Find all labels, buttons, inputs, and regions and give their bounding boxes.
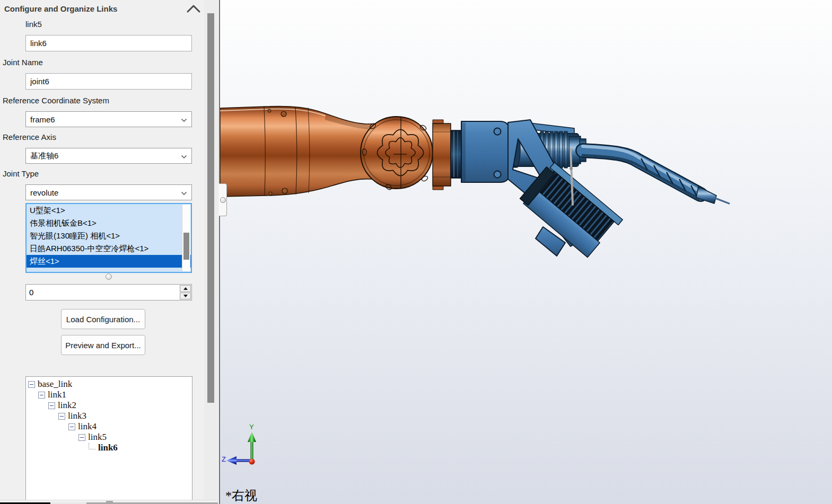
y-axis-label: Y	[249, 423, 254, 431]
joint-type-dropdown[interactable]: revolute	[25, 184, 192, 200]
component-item[interactable]: 智光眼(130瞳距) 相机<1>	[27, 229, 186, 242]
component-listbox[interactable]: U型架<1>伟景相机钣金B<1>智光眼(130瞳距) 相机<1>日皓ARH063…	[25, 203, 192, 273]
panel-scrollbar[interactable]	[204, 0, 218, 504]
tree-item-label: link2	[58, 400, 76, 411]
panel-title: Configure and Organize Links	[4, 4, 117, 13]
graphics-viewport[interactable]: Y Z *右视	[219, 0, 832, 504]
load-configuration-button[interactable]: Load Configuration...	[61, 309, 145, 329]
tree-collapse-icon[interactable]	[28, 381, 35, 388]
tree-row[interactable]: link6	[26, 443, 192, 453]
spinner-down-button[interactable]	[180, 293, 191, 299]
view-orientation-label: *右视	[225, 489, 257, 502]
x-axis-dot	[249, 459, 255, 465]
joint-name-input[interactable]	[25, 73, 192, 90]
y-axis-arrow	[251, 440, 253, 461]
link-tree[interactable]: base_linklink1link2link3link4link5link6	[25, 376, 192, 500]
tree-collapse-icon[interactable]	[78, 434, 85, 441]
tree-collapse-icon[interactable]	[48, 402, 55, 409]
tree-row[interactable]: link2	[26, 400, 192, 411]
joint-value-spinner	[25, 284, 192, 300]
joint-type-label: Joint Type	[3, 169, 39, 178]
joint-type-value: revolute	[30, 188, 58, 197]
listbox-resize-handle[interactable]	[106, 273, 112, 280]
panel-splitter-tab[interactable]	[219, 183, 227, 216]
preview-export-button[interactable]: Preview and Export...	[61, 335, 145, 355]
component-item[interactable]: U型架<1>	[27, 204, 186, 217]
triangle-up-icon	[183, 287, 188, 290]
tree-item-label: link4	[78, 421, 97, 432]
3d-scene[interactable]: Y Z *右视	[220, 0, 832, 504]
tree-elbow-connector	[89, 443, 95, 449]
tree-row[interactable]: link1	[26, 390, 192, 400]
chevron-down-icon	[181, 115, 187, 124]
listbox-scrollbar[interactable]	[182, 205, 190, 271]
wrist-joint[interactable]	[361, 117, 451, 191]
triangle-down-icon	[183, 295, 188, 297]
chevron-down-icon	[181, 188, 187, 197]
urdf-exporter-window: { "panel": { "title": "Configure and Org…	[0, 0, 832, 504]
tree-collapse-icon[interactable]	[38, 392, 45, 399]
reference-axis-dropdown[interactable]: 基准轴6	[25, 148, 192, 164]
tree-item-label: link6	[98, 443, 118, 453]
chevron-up-icon[interactable]	[186, 3, 202, 15]
listbox-scrollbar-thumb[interactable]	[183, 233, 189, 260]
tree-collapse-icon[interactable]	[68, 423, 75, 430]
panel-scrollbar-thumb[interactable]	[207, 13, 214, 403]
link-name-input[interactable]	[25, 35, 192, 51]
tree-item-label: link1	[48, 390, 66, 400]
component-item[interactable]: 焊丝<1>	[27, 255, 192, 268]
tree-item-label: link5	[88, 432, 107, 443]
joint-name-label: Joint Name	[3, 58, 43, 67]
viewport-background	[220, 0, 832, 504]
chevron-down-icon	[181, 152, 187, 161]
reference-coordinate-dropdown[interactable]: frame6	[25, 111, 192, 127]
component-item[interactable]: 日皓ARH06350-中空空冷焊枪<1>	[27, 242, 186, 255]
component-item[interactable]: 伟景相机钣金B<1>	[27, 217, 186, 229]
tree-row[interactable]: base_link	[26, 379, 192, 390]
spinner-up-button[interactable]	[180, 285, 191, 292]
joint-value-input[interactable]	[26, 285, 182, 300]
tree-collapse-icon[interactable]	[58, 413, 65, 420]
reference-coordinate-value: frame6	[30, 115, 55, 124]
reference-coordinate-label: Reference Coordinate System	[3, 96, 109, 105]
tree-row[interactable]: link5	[26, 432, 192, 443]
z-axis-label: Z	[222, 455, 226, 463]
parent-link-label: link5	[25, 20, 42, 29]
reference-axis-label: Reference Axis	[3, 132, 56, 142]
property-panel: Configure and Organize Links link5 Joint…	[0, 0, 204, 504]
tree-row[interactable]: link4	[26, 421, 192, 432]
tree-row[interactable]: link3	[26, 411, 192, 421]
tree-item-label: link3	[68, 411, 86, 421]
tree-item-label: base_link	[38, 379, 72, 390]
reference-axis-value: 基准轴6	[30, 151, 58, 161]
splitter-grip-icon	[220, 197, 226, 203]
